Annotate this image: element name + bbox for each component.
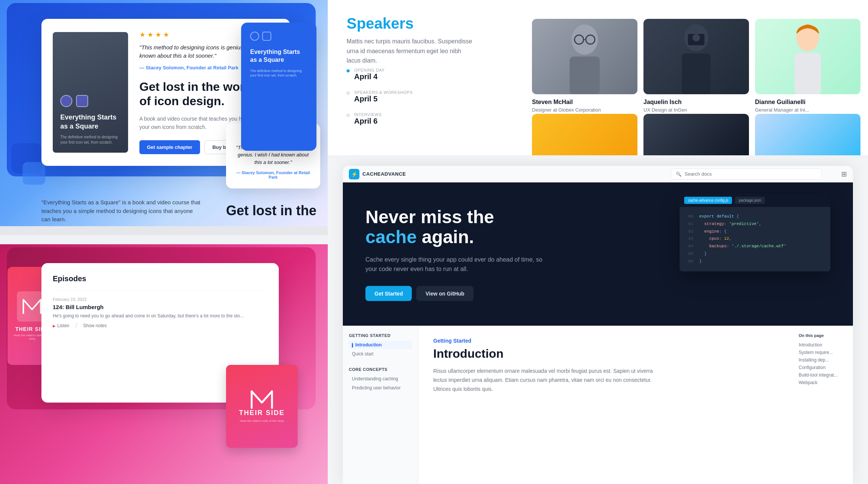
speaker-card-2: Jaquelin Isch UX Design at InGen xyxy=(643,19,749,113)
docs-search[interactable]: 🔍 Search docs xyxy=(671,168,822,179)
search-icon: 🔍 xyxy=(676,172,682,177)
speaker-role-2: UX Design at InGen xyxy=(643,107,749,113)
episode-item: February 23, 2022 124: Bill Lumbergh He'… xyxy=(53,291,267,335)
sidebar-item-introduction[interactable]: Introduction xyxy=(349,341,412,349)
speaker-role-3: General Manager at Ini... xyxy=(755,107,860,113)
podcast-mini-card: THEIR SIDE Hear the villain's side of th… xyxy=(226,365,298,448)
episode-date: February 23, 2022 xyxy=(53,297,267,302)
svg-rect-1 xyxy=(570,57,600,94)
code-window: cache-advance.config.js package.json 90e… xyxy=(680,194,830,271)
speaker-name-2: Jaquelin Isch xyxy=(643,99,749,106)
cache-hero: Never miss the cache again. Cache every … xyxy=(343,182,853,326)
cache-section: ⚡ CACHEADVANCE 🔍 Search docs ⊞ Never mis… xyxy=(328,158,868,484)
schedule-item-1: Opening Day April 4 xyxy=(347,68,413,81)
episode-desc: He's going to need you to go ahead and c… xyxy=(53,312,267,319)
docs-layout: Getting started Introduction Quick start… xyxy=(343,326,853,484)
code-tab-pkg[interactable]: package.json xyxy=(735,197,765,204)
speaker-photo-2 xyxy=(643,19,749,94)
cover-subtitle: The definitive method to designing your … xyxy=(60,135,121,145)
right-nav-item-build[interactable]: Build-tool integrat... xyxy=(799,372,847,378)
speaker-role-1: Designer at Globex Corporation xyxy=(532,107,637,113)
docs-intro-text: Risus ullamcorper elementum ornare males… xyxy=(433,367,659,394)
view-github-button[interactable]: View on GitHub xyxy=(416,286,473,301)
sidebar-section-1: Getting started Introduction Quick start xyxy=(349,333,412,358)
podcast-section: THEIR SIDE Hear the villain's side of th… xyxy=(0,244,328,484)
docs-right-nav-title: On this page xyxy=(799,333,847,338)
browser-logo: ⚡ CACHEADVANCE xyxy=(349,169,406,179)
docs-breadcrumb: Getting Started xyxy=(433,338,778,344)
episodes-title: Episodes xyxy=(53,274,267,283)
left-panel: Everything Starts as a Square The defini… xyxy=(0,0,328,484)
blue-book-card: Everything Starts as a Square The defini… xyxy=(241,23,316,151)
hero-title: Never miss the cache again. xyxy=(365,207,546,247)
speaker-photo-4 xyxy=(532,114,637,155)
sidebar-item-caching[interactable]: Understanding caching xyxy=(349,375,412,383)
browser-window: ⚡ CACHEADVANCE 🔍 Search docs ⊞ Never mis… xyxy=(343,166,853,484)
hero-subtitle: Cache every single thing your app could … xyxy=(365,254,546,274)
docs-main-content: Getting Started Introduction Risus ullam… xyxy=(418,326,793,484)
browser-chrome: ⚡ CACHEADVANCE 🔍 Search docs ⊞ xyxy=(343,166,853,182)
right-nav-item-intro[interactable]: Introduction xyxy=(799,342,847,348)
sidebar-item-quickstart[interactable]: Quick start xyxy=(349,350,412,358)
svg-rect-10 xyxy=(795,53,821,94)
listen-button[interactable]: ▶ Listen xyxy=(53,322,69,329)
episode-title: 124: Bill Lumbergh xyxy=(53,304,267,310)
speakers-desc: Mattis nec turpis mauris faucibus. Suspe… xyxy=(347,37,475,66)
svg-point-8 xyxy=(692,34,700,41)
cover-title: Everything Starts as a Square xyxy=(60,113,121,131)
speakers-section: Speakers Mattis nec turpis mauris faucib… xyxy=(328,0,868,158)
scroll-text: "Everything Starts as a Square" is a boo… xyxy=(41,196,203,226)
docs-sidebar: Getting started Introduction Quick start… xyxy=(343,326,418,484)
cache-logo-text: CACHEADVANCE xyxy=(362,171,406,177)
search-placeholder: Search docs xyxy=(685,171,712,177)
sidebar-section-title-2: Core concepts xyxy=(349,367,412,372)
speaker-name-3: Dianne Guilianelli xyxy=(755,99,860,106)
schedule-item-2: Speakers & Workshops April 5 xyxy=(347,90,413,103)
sidebar-section-title-1: Getting started xyxy=(349,333,412,338)
right-panel: Speakers Mattis nec turpis mauris faucib… xyxy=(328,0,868,484)
book-cover: Everything Starts as a Square The defini… xyxy=(53,32,128,153)
speaker-photo-1 xyxy=(532,19,637,94)
sidebar-section-2: Core concepts Understanding caching Pred… xyxy=(349,367,412,392)
right-nav-item-webpack[interactable]: Webpack xyxy=(799,380,847,385)
code-tab-active[interactable]: cache-advance.config.js xyxy=(684,197,732,204)
sample-chapter-button[interactable]: Get sample chapter xyxy=(139,140,200,154)
speaker-photo-3 xyxy=(755,19,860,94)
svg-rect-6 xyxy=(682,54,711,94)
speaker-photo-5 xyxy=(643,114,749,155)
right-nav-item-config[interactable]: Configuration xyxy=(799,365,847,370)
get-started-button[interactable]: Get Started xyxy=(365,286,412,301)
partial-heading: Get lost in the xyxy=(226,203,316,219)
right-nav-item-install[interactable]: Installing dep... xyxy=(799,357,847,363)
mini-podcast-title: THEIR SIDE xyxy=(239,409,284,417)
mini-podcast-sub: Hear the villain's side of the story xyxy=(240,419,284,423)
docs-right-nav: On this page Introduction System require… xyxy=(793,326,853,484)
nav-icon: ⊞ xyxy=(841,170,847,178)
blue-card-sub: The definitive method to designing your … xyxy=(250,69,307,78)
speaker-card-1: Steven McHail Designer at Globex Corpora… xyxy=(532,19,637,113)
right-nav-item-system[interactable]: System require... xyxy=(799,350,847,355)
float-author: — Stacey Solomon, Founder at Retail Park xyxy=(235,170,311,179)
book-section: Everything Starts as a Square The defini… xyxy=(0,0,328,226)
code-body: 90export default { 91 strategy: 'predict… xyxy=(680,207,830,271)
speaker-photo-6 xyxy=(755,114,860,155)
speaker-card-3: Dianne Guilianelli General Manager at In… xyxy=(755,19,860,113)
cache-logo-icon: ⚡ xyxy=(349,169,359,179)
sidebar-item-predicting[interactable]: Predicting user behavior xyxy=(349,384,412,392)
speaker-name-1: Steven McHail xyxy=(532,99,637,106)
docs-intro-title: Introduction xyxy=(433,347,778,361)
schedule-item-3: Interviews April 6 xyxy=(347,112,413,126)
show-notes-button[interactable]: Show notes xyxy=(83,322,107,329)
blue-card-title: Everything Starts as a Square xyxy=(250,48,307,64)
